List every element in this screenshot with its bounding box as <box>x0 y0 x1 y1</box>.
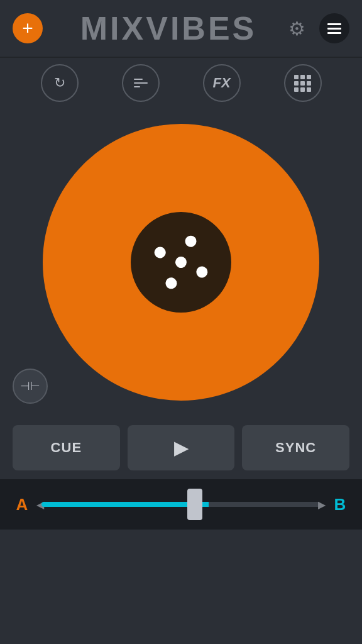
arrow-right-icon: ▶ <box>318 499 326 511</box>
toolbar: ↻ FX <box>0 58 362 108</box>
grid-button[interactable] <box>284 64 322 102</box>
dot-center <box>173 255 188 269</box>
menu-bar-icon <box>327 23 341 25</box>
eq-button[interactable] <box>122 64 160 102</box>
play-button[interactable]: ▶ <box>128 425 235 470</box>
pitch-icon: ⊣⊢ <box>20 379 40 393</box>
dot-empty <box>158 260 173 275</box>
turntable-area: ⊣⊢ <box>0 108 362 416</box>
vinyl-disc[interactable] <box>43 124 319 401</box>
eq-line-2 <box>134 82 148 84</box>
loop-button[interactable]: ↻ <box>41 64 79 102</box>
settings-button[interactable]: ⚙ <box>282 13 312 43</box>
dots-pattern <box>153 234 209 291</box>
dot-empty <box>168 240 183 254</box>
crossfader-label-a: A <box>13 495 31 514</box>
fx-label: FX <box>212 75 230 91</box>
dot <box>153 245 167 260</box>
crossfader-label-b: B <box>331 495 349 514</box>
play-icon: ▶ <box>174 438 189 458</box>
header: + MIXVIBES ⚙ <box>0 0 362 57</box>
menu-bar-icon <box>327 28 341 30</box>
pitch-knob[interactable]: ⊣⊢ <box>13 369 48 404</box>
crossfader-track[interactable]: ◀ ▶ <box>41 489 321 520</box>
crossfader-thumb[interactable] <box>187 489 202 520</box>
dot-empty <box>189 250 204 264</box>
dot <box>184 234 198 248</box>
crossfader-bar: A ◀ ▶ B <box>0 479 362 530</box>
vinyl-center <box>131 212 231 313</box>
fx-button[interactable]: FX <box>203 64 241 102</box>
eq-icon <box>134 79 148 87</box>
transport-controls: CUE ▶ SYNC <box>0 416 362 479</box>
menu-bar-icon <box>327 32 341 34</box>
plus-icon: + <box>22 19 33 38</box>
add-button[interactable]: + <box>13 13 43 43</box>
dot <box>164 276 178 291</box>
cue-label: CUE <box>51 440 82 456</box>
grid-icon <box>294 75 311 92</box>
cue-button[interactable]: CUE <box>13 425 120 470</box>
sync-label: SYNC <box>275 440 316 456</box>
menu-button[interactable] <box>319 13 349 43</box>
eq-line-3 <box>134 86 140 87</box>
loop-icon: ↻ <box>54 75 65 91</box>
sync-button[interactable]: SYNC <box>242 425 349 470</box>
dot-empty <box>179 270 194 285</box>
crossfader-fill <box>41 502 321 507</box>
app-title: MIXVIBES <box>55 9 282 47</box>
dot <box>195 265 209 279</box>
eq-line-1 <box>134 79 143 80</box>
gear-icon: ⚙ <box>288 18 305 40</box>
header-right: ⚙ <box>282 13 349 43</box>
